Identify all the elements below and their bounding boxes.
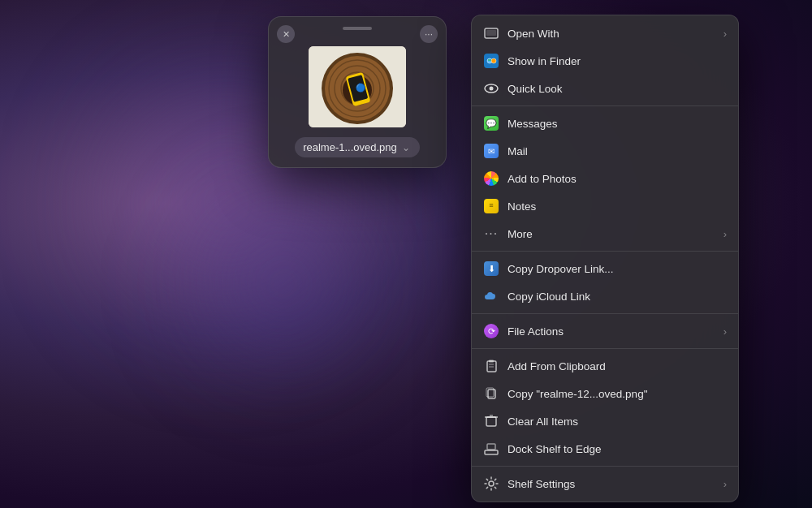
add-from-clipboard-label: Add From Clipboard — [508, 360, 727, 372]
menu-item-copy-file[interactable]: Copy "realme-12...oved.png" — [472, 380, 738, 407]
close-icon: ✕ — [283, 29, 290, 40]
mail-label: Mail — [508, 145, 727, 157]
photos-icon — [483, 170, 499, 187]
svg-point-15 — [488, 59, 490, 61]
quick-look-icon — [483, 80, 499, 97]
notes-label: Notes — [508, 200, 727, 213]
menu-item-add-to-photos[interactable]: Add to Photos — [472, 165, 738, 192]
dock-shelf-label: Dock Shelf to Edge — [508, 443, 727, 455]
drag-handle — [343, 27, 372, 30]
menu-item-clear-all[interactable]: Clear All Items — [472, 407, 738, 435]
svg-point-14 — [491, 58, 496, 63]
ellipsis-icon: ··· — [425, 28, 433, 40]
svg-point-18 — [490, 87, 494, 91]
file-actions-label: File Actions — [508, 325, 715, 338]
icloud-icon — [483, 288, 499, 304]
menu-item-add-from-clipboard[interactable]: Add From Clipboard — [472, 352, 738, 380]
menu-item-quick-look[interactable]: Quick Look — [472, 75, 738, 102]
mail-icon: ✉ — [483, 143, 499, 159]
menu-item-show-in-finder[interactable]: Show in Finder — [472, 47, 738, 75]
image-preview: 🔵 — [309, 46, 406, 127]
finder-icon — [483, 53, 499, 69]
context-menu: Open With › Show in Finder Quick Look 💬 — [471, 15, 739, 502]
chevron-down-icon: ⌄ — [402, 142, 410, 153]
clear-all-icon — [483, 413, 499, 429]
menu-item-notes[interactable]: ≡ Notes — [472, 192, 738, 220]
shelf-settings-chevron: › — [723, 478, 727, 490]
copy-file-icon — [483, 385, 499, 402]
open-with-chevron: › — [723, 28, 727, 40]
quick-look-label: Quick Look — [508, 83, 727, 95]
separator-1 — [472, 105, 738, 106]
menu-item-more[interactable]: ··· More › — [472, 220, 738, 248]
shelf-settings-label: Shelf Settings — [508, 478, 715, 490]
more-options-button[interactable]: ··· — [420, 25, 438, 43]
open-with-label: Open With — [508, 28, 715, 40]
dropover-copy-icon: ⬇ — [483, 260, 499, 277]
close-button[interactable]: ✕ — [277, 25, 295, 43]
svg-rect-11 — [486, 30, 496, 36]
svg-rect-28 — [485, 450, 498, 454]
file-name-label: realme-1...oved.png — [303, 141, 397, 153]
notes-icon: ≡ — [483, 198, 499, 214]
separator-4 — [472, 348, 738, 349]
show-in-finder-label: Show in Finder — [508, 55, 727, 67]
more-chevron: › — [723, 228, 727, 240]
menu-item-dock-shelf[interactable]: Dock Shelf to Edge — [472, 435, 738, 463]
clear-all-label: Clear All Items — [508, 415, 727, 428]
menu-item-mail[interactable]: ✉ Mail — [472, 137, 738, 165]
shelf-settings-icon — [483, 476, 499, 492]
separator-3 — [472, 313, 738, 314]
menu-item-shelf-settings[interactable]: Shelf Settings › — [472, 470, 738, 497]
separator-2 — [472, 251, 738, 252]
more-icon: ··· — [483, 226, 499, 242]
menu-item-copy-icloud-link[interactable]: Copy iCloud Link — [472, 282, 738, 310]
clipboard-icon — [483, 358, 499, 374]
copy-icloud-link-label: Copy iCloud Link — [508, 291, 727, 303]
svg-point-16 — [490, 59, 491, 61]
messages-label: Messages — [508, 118, 727, 130]
dock-shelf-icon — [483, 441, 499, 457]
svg-point-30 — [489, 481, 494, 486]
svg-rect-20 — [489, 360, 494, 363]
copy-dropover-link-label: Copy Dropover Link... — [508, 263, 727, 275]
preview-image: 🔵 — [309, 46, 406, 127]
dropover-window: ✕ ··· 🔵 realme-1...oved.png ⌄ — [268, 16, 447, 168]
more-label: More — [508, 228, 715, 240]
file-pill[interactable]: realme-1...oved.png ⌄ — [295, 137, 420, 157]
open-with-icon — [483, 25, 499, 41]
file-actions-chevron: › — [723, 325, 727, 338]
separator-5 — [472, 466, 738, 467]
svg-rect-25 — [486, 417, 496, 426]
messages-icon: 💬 — [483, 115, 499, 131]
menu-item-copy-dropover-link[interactable]: ⬇ Copy Dropover Link... — [472, 255, 738, 282]
add-to-photos-label: Add to Photos — [508, 173, 727, 185]
menu-item-file-actions[interactable]: ⟳ File Actions › — [472, 317, 738, 345]
menu-item-open-with[interactable]: Open With › — [472, 19, 738, 47]
menu-item-messages[interactable]: 💬 Messages — [472, 110, 738, 137]
svg-rect-29 — [487, 444, 495, 450]
copy-file-label: Copy "realme-12...oved.png" — [508, 388, 727, 400]
file-actions-icon: ⟳ — [483, 323, 499, 339]
